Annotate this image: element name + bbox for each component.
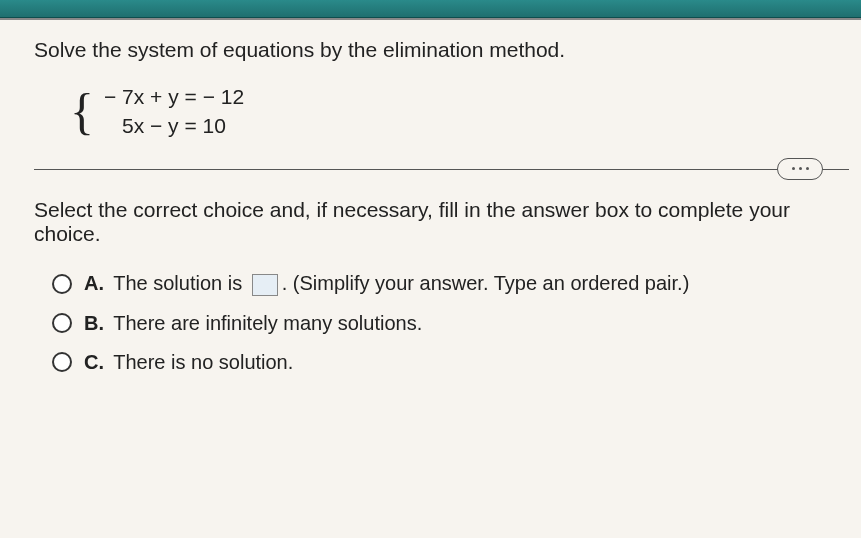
dot-icon — [799, 167, 802, 170]
question-instruction: Solve the system of equations by the eli… — [34, 38, 849, 62]
choice-b-letter: B. — [84, 312, 104, 334]
equation-2: 5x − y = 10 — [104, 111, 244, 140]
left-brace-icon: { — [70, 91, 94, 131]
choice-a-content: A. The solution is . (Simplify your answ… — [84, 272, 689, 296]
choice-b-content: B. There are infinitely many solutions. — [84, 312, 422, 335]
choice-c-text: There is no solution. — [113, 351, 293, 373]
choice-c-content: C. There is no solution. — [84, 351, 293, 374]
question-page: Solve the system of equations by the eli… — [0, 18, 861, 538]
equation-system: { − 7x + y = − 12 5x − y = 10 — [70, 82, 849, 141]
choice-a-letter: A. — [84, 272, 104, 294]
equation-1: − 7x + y = − 12 — [104, 82, 244, 111]
more-options-button[interactable] — [777, 158, 823, 180]
choice-b-text: There are infinitely many solutions. — [113, 312, 422, 334]
radio-c[interactable] — [52, 352, 72, 372]
equations-block: − 7x + y = − 12 5x − y = 10 — [104, 82, 244, 141]
answer-input-box[interactable] — [252, 274, 278, 296]
choices-list: A. The solution is . (Simplify your answ… — [52, 272, 849, 374]
section-divider — [34, 169, 849, 170]
answer-prompt: Select the correct choice and, if necess… — [34, 198, 849, 246]
choice-a-pre: The solution is — [113, 272, 242, 294]
window-top-bar — [0, 0, 861, 18]
dot-icon — [806, 167, 809, 170]
choice-c: C. There is no solution. — [52, 351, 849, 374]
choice-b: B. There are infinitely many solutions. — [52, 312, 849, 335]
divider-line — [34, 169, 849, 170]
choice-a: A. The solution is . (Simplify your answ… — [52, 272, 849, 296]
dot-icon — [792, 167, 795, 170]
choice-a-post: . (Simplify your answer. Type an ordered… — [282, 272, 690, 294]
radio-a[interactable] — [52, 274, 72, 294]
choice-c-letter: C. — [84, 351, 104, 373]
radio-b[interactable] — [52, 313, 72, 333]
